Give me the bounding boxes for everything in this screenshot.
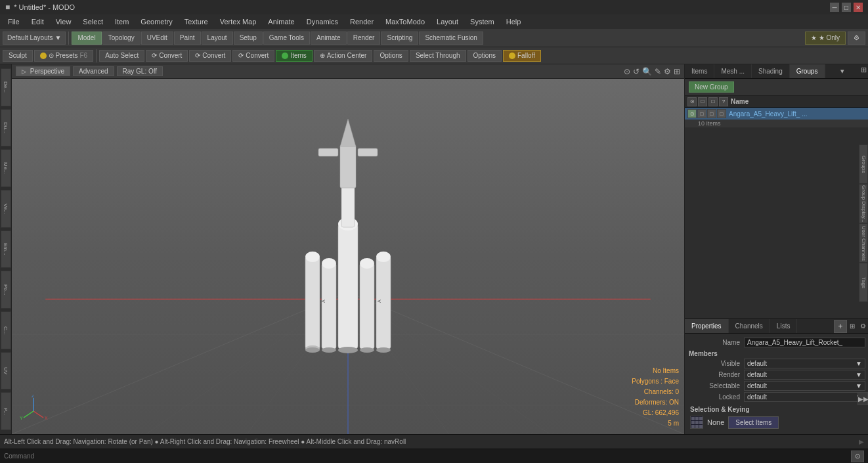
- item-btn-4[interactable]: □: [717, 109, 726, 118]
- sidebar-tab-8[interactable]: P...: [1, 392, 11, 430]
- convert-button-2[interactable]: ⟳ Convert: [189, 50, 231, 62]
- item-visibility-btn[interactable]: ⊙: [687, 109, 697, 118]
- select-items-button[interactable]: Select Items: [728, 416, 779, 429]
- settings-icon[interactable]: ⚙: [664, 67, 671, 76]
- tab-channels[interactable]: Channels: [729, 319, 770, 333]
- tab-render[interactable]: Render: [347, 32, 381, 45]
- command-run-button[interactable]: ⊙: [851, 451, 864, 462]
- locked-dropdown[interactable]: default ▼: [744, 392, 865, 402]
- action-center-button[interactable]: ⊕ Action Center: [314, 50, 373, 62]
- convert-button-3[interactable]: ⟳ Convert: [232, 50, 274, 62]
- minimize-button[interactable]: ─: [830, 3, 839, 12]
- viewport-tab-ray[interactable]: Ray GL: Off: [117, 66, 163, 76]
- menu-item-select[interactable]: Select: [77, 16, 108, 27]
- add-tab-button[interactable]: +: [834, 320, 847, 333]
- command-input[interactable]: [4, 452, 851, 460]
- sculpt-button[interactable]: Sculpt: [3, 50, 33, 62]
- menu-item-file[interactable]: File: [3, 16, 25, 27]
- menu-item-dynamics[interactable]: Dynamics: [301, 16, 343, 27]
- new-group-button[interactable]: New Group: [689, 81, 734, 93]
- menu-item-system[interactable]: System: [465, 16, 500, 27]
- viewport[interactable]: ▷ Perspective Advanced Ray GL: Off ⊙ ↺ 🔍…: [12, 64, 684, 434]
- col-btn-render[interactable]: □: [708, 97, 718, 106]
- viewport-tab-perspective[interactable]: ▷ Perspective: [16, 66, 70, 76]
- expand-viewport-icon[interactable]: ⊞: [674, 67, 680, 76]
- layout-dropdown[interactable]: Default Layouts ▼: [3, 32, 66, 45]
- camera-icon[interactable]: ⊙: [624, 67, 630, 76]
- rside-tab-group-display[interactable]: Group Display...: [859, 184, 868, 223]
- sidebar-tab-3[interactable]: Ve...: [1, 190, 11, 228]
- menu-item-layout[interactable]: Layout: [431, 16, 464, 27]
- star-only-button[interactable]: ★ ★ Only: [805, 32, 846, 45]
- maximize-button[interactable]: □: [842, 3, 851, 12]
- viewport-tab-advanced[interactable]: Advanced: [73, 66, 114, 76]
- tab-layout[interactable]: Layout: [202, 32, 233, 45]
- tab-schematic-fusion[interactable]: Schematic Fusion: [419, 32, 483, 45]
- edit-icon[interactable]: ✎: [655, 67, 661, 76]
- menu-item-geometry[interactable]: Geometry: [135, 16, 177, 27]
- tab-properties[interactable]: Properties: [685, 319, 729, 333]
- props-expand-icon[interactable]: ⊞: [847, 320, 857, 333]
- options-button-1[interactable]: Options: [374, 50, 408, 62]
- select-through-button[interactable]: Select Through: [410, 50, 466, 62]
- col-btn-lock[interactable]: □: [698, 97, 707, 106]
- name-input[interactable]: [744, 338, 865, 347]
- selectable-dropdown[interactable]: default ▼: [744, 381, 865, 391]
- sidebar-tab-4[interactable]: Em...: [1, 231, 11, 269]
- tab-animate[interactable]: Animate: [311, 32, 347, 45]
- menu-item-edit[interactable]: Edit: [26, 16, 49, 27]
- sidebar-tab-0[interactable]: De...: [1, 68, 11, 106]
- col-btn-visibility[interactable]: ⊙: [687, 97, 697, 106]
- tab-setup[interactable]: Setup: [234, 32, 263, 45]
- items-button[interactable]: Items: [276, 50, 312, 62]
- panel-expand-icon[interactable]: ⊞: [861, 66, 867, 77]
- menu-item-help[interactable]: Help: [501, 16, 527, 27]
- falloff-button[interactable]: Falloff: [503, 50, 541, 62]
- tab-uvedit[interactable]: UVEdit: [141, 32, 173, 45]
- item-btn-3[interactable]: □: [707, 109, 716, 118]
- settings-button[interactable]: ⚙: [848, 32, 865, 45]
- item-btn-2[interactable]: □: [697, 109, 706, 118]
- tab-items[interactable]: Items: [685, 64, 714, 78]
- properties-content: Name Members Visible default ▼: [685, 334, 868, 434]
- menu-item-render[interactable]: Render: [345, 16, 379, 27]
- zoom-icon[interactable]: 🔍: [642, 67, 652, 76]
- options-button-2[interactable]: Options: [467, 50, 502, 62]
- tabs-dropdown[interactable]: ▾: [836, 64, 848, 78]
- tab-mesh[interactable]: Mesh ...: [714, 64, 752, 78]
- sidebar-tab-7[interactable]: UV: [1, 352, 11, 390]
- scroll-down-button[interactable]: ▶▶: [857, 392, 868, 405]
- sidebar-tab-6[interactable]: C...: [1, 311, 11, 349]
- rside-tab-tags[interactable]: Tags: [859, 263, 868, 302]
- rside-tab-groups[interactable]: Groups: [859, 144, 868, 184]
- col-btn-info[interactable]: ?: [719, 97, 728, 106]
- props-settings-icon[interactable]: ⚙: [857, 320, 868, 333]
- tab-lists[interactable]: Lists: [770, 319, 798, 333]
- visible-dropdown[interactable]: default ▼: [744, 359, 865, 368]
- tab-shading[interactable]: Shading: [752, 64, 790, 78]
- convert-button-1[interactable]: ⟳ Convert: [146, 50, 188, 62]
- sidebar-tab-5[interactable]: Po...: [1, 271, 11, 309]
- tab-game-tools[interactable]: Game Tools: [263, 32, 310, 45]
- menu-item-item[interactable]: Item: [110, 16, 134, 27]
- presets-button[interactable]: ⊙ Presets F6: [34, 50, 93, 62]
- tab-model[interactable]: Model: [72, 32, 101, 45]
- group-item-angara[interactable]: ⊙ □ □ □ Angara_A5_Heavy_Lift_ ...: [685, 108, 868, 120]
- tab-groups[interactable]: Groups: [790, 64, 825, 78]
- close-button[interactable]: ✕: [854, 3, 863, 12]
- rotate-icon[interactable]: ↺: [633, 67, 640, 76]
- menu-item-texture[interactable]: Texture: [179, 16, 213, 27]
- tab-paint[interactable]: Paint: [174, 32, 201, 45]
- rside-tab-user-channels[interactable]: User Channels: [859, 223, 868, 263]
- menu-item-animate[interactable]: Animate: [263, 16, 299, 27]
- sidebar-tab-2[interactable]: Me...: [1, 149, 11, 187]
- render-dropdown[interactable]: default ▼: [744, 370, 865, 380]
- viewport-3d[interactable]: A A No Items Polygons : Face Channels: 0…: [12, 79, 684, 434]
- tab-scripting[interactable]: Scripting: [381, 32, 418, 45]
- tab-topology[interactable]: Topology: [102, 32, 141, 45]
- menu-item-maxtomodo[interactable]: MaxToModo: [380, 16, 430, 27]
- menu-item-view[interactable]: View: [51, 16, 77, 27]
- menu-item-vertex map[interactable]: Vertex Map: [215, 16, 262, 27]
- auto-select-button[interactable]: Auto Select: [99, 50, 144, 62]
- sidebar-tab-1[interactable]: Du...: [1, 109, 11, 147]
